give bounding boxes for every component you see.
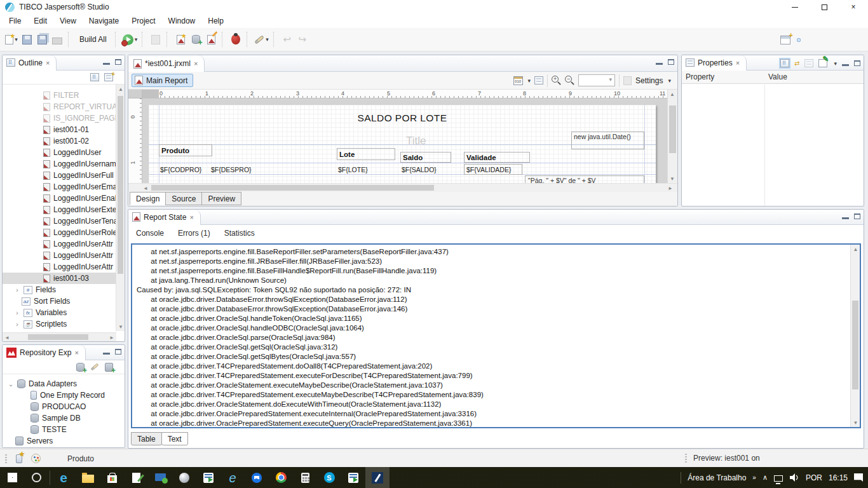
view-menu-icon[interactable]: ▾ (834, 60, 837, 67)
edge-button[interactable]: e (51, 467, 76, 488)
action-center-icon[interactable] (854, 473, 863, 482)
outline-item[interactable]: IS_IGNORE_PAGIN (3, 112, 116, 124)
scrollbar-thumb[interactable] (118, 96, 123, 274)
mail-button[interactable] (245, 467, 269, 488)
ruler-drag-handle[interactable] (142, 90, 159, 98)
field-validade[interactable]: $F{VALIDADE} (466, 166, 511, 173)
style-template-button[interactable] (203, 31, 219, 48)
outline-item[interactable]: FILTER (3, 90, 116, 101)
sql-app2-button[interactable] (341, 467, 365, 488)
add-server-icon[interactable]: + (105, 363, 113, 372)
close-icon[interactable]: × (74, 349, 78, 356)
new-report-button[interactable]: ★ (173, 31, 188, 48)
cortana-button[interactable] (24, 467, 48, 488)
canvas-horizontal-scrollbar[interactable]: ◄ ► (128, 183, 677, 192)
outline-item[interactable]: LoggedInUser (3, 147, 116, 158)
window-minimize-button[interactable] (780, 0, 810, 14)
back-button[interactable]: ↩ (280, 31, 295, 48)
canvas-vertical-scrollbar[interactable]: ▲ ▼ (667, 90, 677, 183)
repository-tab[interactable]: Repository Exp × (3, 345, 86, 360)
sql-app-button[interactable] (196, 467, 220, 488)
run-configuration-button[interactable]: ▾ (253, 31, 270, 48)
chevron-down-icon[interactable]: ⌄ (8, 381, 14, 388)
minimize-panel-button[interactable] (842, 217, 849, 219)
outline-group-fields[interactable]: ›#Fields (3, 284, 116, 295)
outline-item[interactable]: LoggedInUserFull (3, 170, 116, 181)
page-number-element[interactable]: "Pág. " + $V" de " + $V (525, 175, 644, 183)
toolbar-expand-icon[interactable]: » (752, 474, 756, 481)
editor-tab[interactable]: *iest001.jrxml × (128, 55, 205, 72)
scrollbar-thumb[interactable] (669, 105, 676, 153)
outline-group-sort-fields[interactable]: azSort Fields (3, 295, 116, 307)
store-button[interactable] (100, 467, 124, 488)
outline-horizontal-scrollbar[interactable]: ◄ ► (3, 332, 116, 341)
outline-item[interactable]: LoggedInUserAttr (3, 250, 116, 261)
zoom-out-icon[interactable]: − (565, 76, 574, 85)
notepad-button[interactable] (124, 467, 148, 488)
close-icon[interactable]: × (189, 214, 193, 221)
save-all-button[interactable] (34, 31, 50, 48)
chevron-down-icon[interactable]: ▾ (528, 78, 531, 84)
data-adapters-node[interactable]: ⌄Data Adapters (3, 378, 125, 390)
open-perspective-button[interactable] (778, 32, 793, 48)
chrome-button[interactable] (269, 467, 293, 488)
view-menu-icon[interactable]: + (104, 73, 113, 81)
field-codpro[interactable]: $F{CODPRO} (160, 166, 201, 173)
close-icon[interactable]: × (194, 60, 198, 67)
volume-icon[interactable] (789, 473, 799, 482)
save-button[interactable] (19, 31, 34, 48)
field-saldo[interactable]: $F{SALDO} (402, 166, 437, 173)
column-header-lote[interactable]: Lote (337, 148, 395, 160)
design-viewport[interactable]: SALDO POR LOTE Title new java.util.Date(… (142, 98, 667, 183)
tree-mode-icon[interactable] (780, 59, 789, 67)
settings-icon[interactable] (623, 76, 632, 85)
scrollbar-thumb[interactable] (28, 334, 88, 340)
close-icon[interactable]: × (736, 59, 740, 67)
maximize-panel-button[interactable] (854, 60, 860, 66)
maximize-panel-button[interactable] (115, 349, 121, 355)
scrollbar-thumb[interactable] (852, 301, 858, 390)
chevron-right-icon[interactable]: › (14, 321, 20, 328)
maximize-panel-button[interactable] (668, 59, 674, 65)
file-explorer-button[interactable] (76, 467, 100, 488)
expand-tree-icon[interactable] (90, 73, 99, 81)
add-data-adapter-icon[interactable]: + (76, 363, 85, 372)
outline-item-selected[interactable]: iest001-03 (3, 273, 116, 284)
maximize-panel-button[interactable] (854, 214, 860, 219)
properties-tab[interactable]: Properties × (682, 55, 747, 71)
value-column-header[interactable]: Value (764, 71, 791, 83)
column-header-validade[interactable]: Validade (464, 152, 530, 163)
outline-item[interactable]: REPORT_VIRTUAL (3, 101, 116, 112)
dataset-preview-button[interactable] (148, 31, 163, 48)
internet-explorer-button[interactable]: e (220, 467, 245, 488)
outline-item[interactable]: iest001-01 (3, 124, 116, 135)
minimize-panel-button[interactable] (842, 64, 849, 66)
chevron-down-icon[interactable]: ▾ (668, 78, 671, 84)
adapter-item[interactable]: TESTE (3, 424, 125, 435)
outline-item[interactable]: LoggedInUserAttr (3, 238, 116, 250)
close-icon[interactable]: × (46, 59, 50, 67)
pin-icon[interactable]: ✎ (818, 59, 827, 67)
adapter-item[interactable]: Sample DB (3, 412, 125, 424)
report-title-element[interactable]: SALDO POR LOTE (149, 112, 656, 124)
settings-label[interactable]: Settings (635, 76, 663, 85)
outline-item[interactable]: LoggedInUsernam (3, 158, 116, 170)
report-page[interactable]: SALDO POR LOTE Title new java.util.Date(… (149, 105, 656, 183)
outline-group-scriptlets[interactable]: ›☕Scriptlets (3, 318, 116, 330)
dataset-icon[interactable] (534, 76, 543, 85)
console-vertical-scrollbar[interactable]: ▲ ▼ (850, 245, 860, 427)
import-icon[interactable] (90, 363, 98, 371)
datasource-icon[interactable]: 010 (513, 76, 523, 85)
column-header-produto[interactable]: Produto (159, 144, 212, 156)
desktop-toolbar-label[interactable]: Área de Trabalho (688, 473, 746, 482)
zoom-level-combo[interactable] (578, 74, 615, 86)
minimize-panel-button[interactable] (103, 353, 110, 355)
outline-item[interactable]: LoggedInUserRole (3, 227, 116, 238)
table-mode-icon[interactable] (804, 59, 813, 67)
outline-group-title[interactable]: ›Title (3, 330, 116, 331)
tab-text[interactable]: Text (161, 432, 188, 445)
forward-button[interactable]: ↪ (295, 31, 310, 48)
skype-button[interactable]: S (317, 467, 341, 488)
network-icon[interactable] (774, 475, 783, 482)
outline-tab[interactable]: Outline × (3, 55, 57, 71)
